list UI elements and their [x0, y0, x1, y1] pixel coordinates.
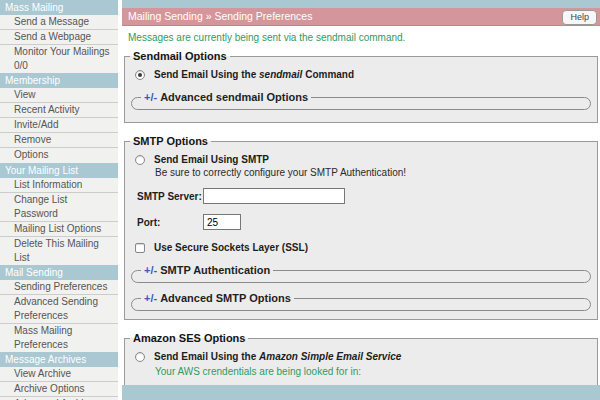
sidebar-header-your-mailing-list: Your Mailing List — [0, 163, 118, 178]
plus-minus-icon: +/- — [144, 292, 157, 304]
sidebar-item-view-archive[interactable]: View Archive — [0, 367, 118, 382]
status-message: Messages are currently being sent via th… — [128, 32, 598, 43]
plus-minus-icon: +/- — [144, 91, 157, 103]
ssl-check-row: Use Secure Sockets Layer (SSL) — [135, 242, 593, 253]
advanced-sendmail-options-toggle[interactable]: +/-Advanced sendmail Options — [131, 91, 591, 110]
sidebar-section-mail-sending: Mail Sending Sending Preferences Advance… — [0, 265, 122, 352]
sidebar-item-archive-options[interactable]: Archive Options — [0, 382, 118, 397]
smtp-port-row: Port: — [137, 214, 593, 230]
sidebar-item-send-a-message[interactable]: Send a Message — [0, 15, 118, 30]
advanced-smtp-options-toggle[interactable]: +/-Advanced SMTP Options — [131, 292, 591, 311]
sidebar-item-list-information[interactable]: List Information — [0, 178, 118, 193]
sidebar-item-monitor-your-mailings[interactable]: Monitor Your Mailings 0/0 — [0, 45, 118, 73]
smtp-server-label: SMTP Server: — [137, 191, 203, 202]
amazon-ses-options-fieldset: Amazon SES Options Send Email Using the … — [124, 332, 598, 385]
sendmail-radio-label: Send Email Using the sendmail Command — [154, 69, 354, 80]
amazon-ses-options-legend: Amazon SES Options — [130, 332, 248, 344]
sidebar-section-membership: Membership View Recent Activity Invite/A… — [0, 73, 122, 163]
amazon-ses-radio-label: Send Email Using the Amazon Simple Email… — [154, 351, 401, 362]
smtp-authentication-toggle-label: +/-SMTP Authentication — [141, 264, 273, 276]
sidebar-item-recent-activity[interactable]: Recent Activity — [0, 103, 118, 118]
smtp-radio[interactable] — [135, 155, 145, 165]
smtp-auth-warning: Be sure to correctly configure your SMTP… — [155, 167, 593, 178]
advanced-sendmail-options-toggle-label: +/-Advanced sendmail Options — [141, 91, 311, 103]
plus-minus-icon: +/- — [144, 264, 157, 276]
page-titlebar: Mailing Sending » Sending Preferences He… — [122, 8, 600, 26]
sidebar-item-remove[interactable]: Remove — [0, 133, 118, 148]
sidebar-item-sending-preferences[interactable]: Sending Preferences — [0, 280, 118, 295]
sidebar-header-membership: Membership — [0, 73, 118, 88]
sidebar-item-send-a-webpage[interactable]: Send a Webpage — [0, 30, 118, 45]
help-button[interactable]: Help — [562, 10, 597, 25]
sendmail-options-fieldset: Sendmail Options Send Email Using the se… — [124, 50, 598, 123]
sidebar-section-your-mailing-list: Your Mailing List List Information Chang… — [0, 163, 122, 265]
page-title: Mailing Sending » Sending Preferences — [128, 10, 312, 22]
main-panel: Messages are currently being sent via th… — [122, 26, 600, 385]
sendmail-options-legend: Sendmail Options — [130, 50, 230, 62]
sidebar-item-view[interactable]: View — [0, 88, 118, 103]
smtp-options-legend: SMTP Options — [130, 135, 211, 147]
smtp-authentication-toggle[interactable]: +/-SMTP Authentication — [131, 264, 591, 283]
smtp-options-fieldset: SMTP Options Send Email Using SMTP Be su… — [124, 135, 598, 320]
sendmail-radio-row: Send Email Using the sendmail Command — [135, 69, 593, 80]
sidebar-header-mass-mailing: Mass Mailing — [0, 0, 118, 15]
content-pane: Mailing Sending » Sending Preferences He… — [122, 0, 600, 400]
sidebar-item-mailing-list-options[interactable]: Mailing List Options — [0, 222, 118, 237]
sidebar-item-invite-add[interactable]: Invite/Add — [0, 118, 118, 133]
sidebar: Mass Mailing Send a Message Send a Webpa… — [0, 0, 122, 400]
ssl-checkbox-label: Use Secure Sockets Layer (SSL) — [154, 242, 308, 253]
smtp-radio-row: Send Email Using SMTP — [135, 154, 593, 165]
ssl-checkbox[interactable] — [135, 243, 145, 253]
sidebar-item-advanced-sending-preferences[interactable]: Advanced Sending Preferences — [0, 295, 118, 324]
aws-credentials-note: Your AWS crendentials are being looked f… — [155, 366, 593, 377]
sidebar-header-message-archives: Message Archives — [0, 352, 118, 367]
smtp-radio-label: Send Email Using SMTP — [154, 154, 269, 165]
smtp-server-row: SMTP Server: — [137, 188, 593, 204]
amazon-ses-radio-row: Send Email Using the Amazon Simple Email… — [135, 351, 593, 362]
sidebar-item-mass-mailing-preferences[interactable]: Mass Mailing Preferences — [0, 324, 118, 352]
sidebar-item-delete-this-mailing-list[interactable]: Delete This Mailing List — [0, 237, 118, 265]
amazon-ses-radio[interactable] — [135, 352, 145, 362]
sendmail-radio[interactable] — [135, 70, 145, 80]
sidebar-section-mass-mailing: Mass Mailing Send a Message Send a Webpa… — [0, 0, 122, 73]
sidebar-item-options[interactable]: Options — [0, 148, 118, 163]
advanced-smtp-options-toggle-label: +/-Advanced SMTP Options — [141, 292, 294, 304]
sidebar-section-message-archives: Message Archives View Archive Archive Op… — [0, 352, 122, 400]
sidebar-item-change-list-password[interactable]: Change List Password — [0, 193, 118, 222]
sidebar-header-mail-sending: Mail Sending — [0, 265, 118, 280]
smtp-port-label: Port: — [137, 217, 203, 228]
smtp-port-input[interactable] — [203, 214, 241, 230]
smtp-server-input[interactable] — [203, 188, 345, 204]
